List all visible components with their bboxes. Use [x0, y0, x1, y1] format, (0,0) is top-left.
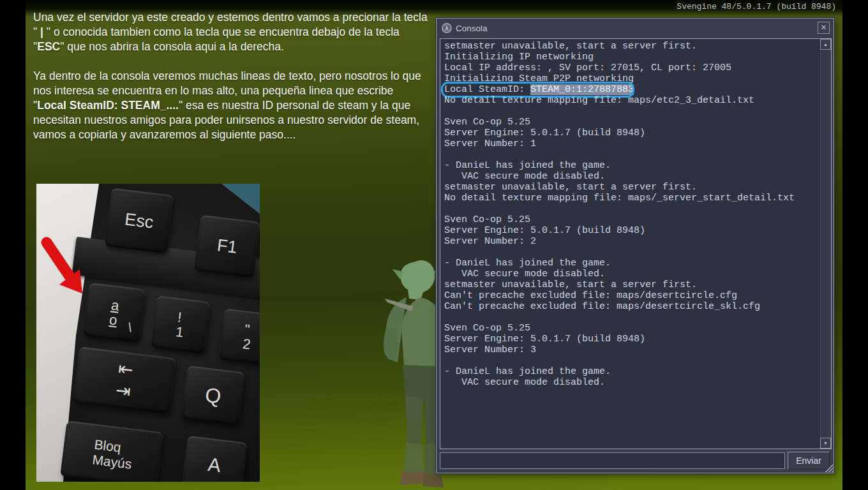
console-line: setmaster unavailable, start a server fi…: [444, 182, 818, 193]
key-f1: F1: [194, 215, 260, 278]
console-line: No detail texture mapping file: maps/etc…: [444, 95, 818, 106]
console-title: Consola: [456, 24, 488, 33]
console-line: Server Number: 1: [444, 138, 818, 149]
tutorial-text: Una vez el servidor ya este creado y est…: [33, 10, 428, 157]
console-line: Sven Co-op 5.25: [444, 323, 818, 334]
console-window: λ Consola ✕ setmaster unavailable, start…: [436, 18, 834, 473]
lambda-icon: λ: [442, 23, 452, 33]
close-icon: ✕: [820, 23, 827, 32]
console-line: Sven Co-op 5.25: [444, 117, 818, 128]
console-line: Local SteamID: STEAM_0:1:27887883: [444, 84, 818, 95]
engine-version-text: Svengine 48/5.0.1.7 (build 8948): [677, 2, 836, 11]
console-line: No detail texture mapping file: maps/_se…: [444, 193, 818, 204]
console-line: Local IP address: , SV port: 27015, CL p…: [444, 63, 818, 73]
console-line: Server Engine: 5.0.1.7 (build 8948): [444, 334, 818, 345]
console-line: Sven Co-op 5.25: [444, 214, 818, 225]
console-line: - DanieL has joined the game.: [444, 366, 818, 377]
scroll-up-button[interactable]: ▲: [820, 39, 831, 50]
console-line: Server Engine: 5.0.1.7 (build 8948): [444, 225, 818, 236]
console-line: - DanieL has joined the game.: [444, 258, 818, 269]
console-line: setmaster unavailable, start a server fi…: [444, 41, 818, 52]
console-output[interactable]: setmaster unavailable, start a server fi…: [440, 38, 832, 449]
console-input-row: Enviar: [440, 452, 832, 470]
scrollbar-track[interactable]: [820, 50, 831, 438]
console-line: Initializing Steam P2P networking: [444, 73, 818, 84]
scroll-down-button[interactable]: ▼: [820, 438, 831, 449]
console-log: setmaster unavailable, start a server fi…: [444, 41, 818, 388]
svg-text:λ: λ: [445, 25, 449, 32]
console-line: VAC secure mode disabled.: [444, 269, 818, 279]
console-line: [444, 312, 818, 323]
scroll-up-icon: ▲: [823, 42, 828, 47]
game-viewport: Svengine 48/5.0.1.7 (build 8948) Una vez…: [26, 0, 842, 490]
tab-back-icon: ⇤: [117, 358, 134, 381]
close-button[interactable]: ✕: [818, 22, 830, 34]
scrollbar[interactable]: ▲ ▼: [820, 39, 831, 449]
steamid-selected-text[interactable]: STEAM_0:1:27887883: [530, 84, 634, 95]
tab-forward-icon: ⇥: [114, 380, 131, 403]
console-line: [444, 106, 818, 117]
resize-grip[interactable]: [824, 463, 833, 472]
red-arrow-icon: [38, 236, 99, 297]
console-line: Can't precache excluded file: maps/deser…: [444, 290, 818, 301]
console-line: [444, 149, 818, 160]
console-line: Initializing IP networking: [444, 52, 818, 63]
console-line: Server Number: 2: [444, 236, 818, 247]
key-1: ! 1: [151, 295, 210, 354]
key-tab: ⇤ ⇥: [73, 346, 176, 414]
console-title-bar[interactable]: λ Consola ✕: [437, 19, 834, 38]
console-line: [444, 204, 818, 214]
scroll-down-icon: ▼: [823, 441, 828, 445]
console-line: VAC secure mode disabled.: [444, 171, 818, 182]
console-line: Can't precache excluded file: maps/deser…: [444, 301, 818, 312]
console-line: Server Engine: 5.0.1.7 (build 8948): [444, 128, 818, 138]
console-line: setmaster unavailable, start a server fi…: [444, 279, 818, 290]
keyboard-photo: Esc F1 a o \ ! 1 " 2: [36, 184, 260, 482]
key-a: A: [181, 436, 247, 482]
console-line: [444, 355, 818, 366]
tutorial-paragraph-1: Una vez el servidor ya este creado y est…: [33, 10, 428, 54]
tutorial-paragraph-2: Ya dentro de la consola veremos muchas l…: [33, 69, 428, 142]
screen: Svengine 48/5.0.1.7 (build 8948) Una vez…: [0, 0, 868, 490]
key-2: " 2: [218, 308, 260, 365]
console-line: Server Number: 3: [444, 345, 818, 355]
console-line: [444, 247, 818, 258]
console-input[interactable]: [440, 452, 785, 469]
console-line: - DanieL has joined the game.: [444, 160, 818, 171]
key-esc: Esc: [105, 188, 174, 253]
console-line: VAC secure mode disabled.: [444, 377, 818, 388]
key-q: Q: [181, 366, 245, 426]
